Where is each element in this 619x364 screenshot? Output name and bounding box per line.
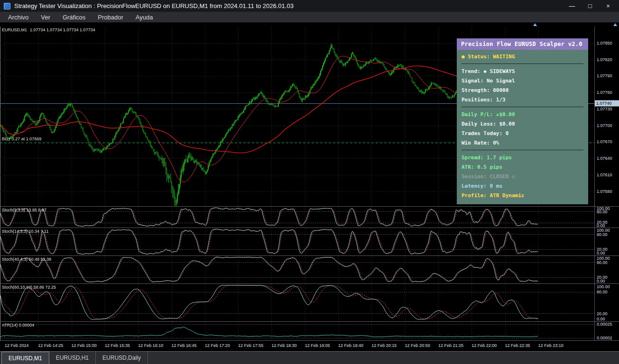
panel-row: ● Status: WAITING — [462, 52, 583, 62]
indicator-pane-atr-14: ATR(14) 0.000040.000250.00002 — [0, 321, 619, 340]
time-axis[interactable]: 12 Feb 202412 Feb 14:2512 Feb 15:0012 Fe… — [0, 340, 619, 351]
menu-item-probador[interactable]: Probador — [92, 12, 129, 22]
price-tick: 1.07820 — [597, 57, 612, 62]
time-label: 12 Feb 21:25 — [438, 343, 463, 348]
time-label: 12 Feb 20:15 — [371, 343, 397, 348]
scroll-position-marker[interactable] — [533, 23, 537, 26]
app-icon — [4, 3, 10, 9]
titlebar: Strategy Tester Visualization : Precisio… — [0, 0, 619, 12]
indicator-pane-stoch-14-3-3: Stoch(14,3,3) 10.34 7.11100.0080.0020.00… — [0, 228, 619, 255]
scale-tick: 0.00 — [597, 251, 605, 255]
price-scale[interactable]: 1.07740 1.078501.078201.077901.077601.07… — [594, 27, 619, 206]
time-label: 12 Feb 16:10 — [138, 343, 163, 348]
restore-button[interactable]: □ — [581, 0, 599, 12]
indicator-canvas-stoch-9-3-3[interactable] — [0, 207, 594, 228]
scale-tick: 20.00 — [597, 311, 608, 316]
indicator-pane-stoch-60-10-10: Stoch(60,10,10) 58.86 72.25100.0080.0020… — [0, 283, 619, 321]
menu-item-ayuda[interactable]: Ayuda — [129, 12, 159, 22]
time-label: 12 Feb 23:10 — [538, 343, 564, 348]
indicator-label-atr-14: ATR(14) 0.00004 — [2, 323, 34, 328]
indicator-canvas-atr-14[interactable] — [0, 322, 594, 340]
price-tick: 1.07730 — [597, 107, 612, 111]
panel-row: Trades Today: 0 — [462, 129, 583, 138]
price-tick: 1.07610 — [597, 173, 612, 177]
menu-item-archivo[interactable]: Archivo — [2, 12, 35, 22]
indicator-scale-stoch-60-10-10[interactable]: 100.0080.0020.000.00 — [594, 284, 619, 321]
time-label: 12 Feb 15:00 — [72, 343, 97, 348]
tab-eurusd-m1[interactable]: EURUSD,M1 — [1, 352, 49, 364]
indicator-scale-stoch-9-3-3[interactable]: 100.0080.0020.000.00 — [594, 207, 619, 228]
panel-row: Profile: ATR Dynamic — [462, 191, 583, 200]
strategy-tester-window: Strategy Tester Visualization : Precisio… — [0, 0, 619, 364]
time-label: 12 Feb 18:30 — [271, 343, 296, 348]
ea-panel-body: ● Status: WAITINGTrend: ◆ SIDEWAYSSignal… — [457, 50, 588, 204]
current-price-box: 1.07740 — [595, 100, 619, 107]
time-label: 12 Feb 17:55 — [238, 343, 263, 348]
panel-row: Strength: 00000 — [462, 86, 583, 95]
scale-tick: 80.00 — [597, 209, 608, 214]
indicator-plot-stoch-14-3-3[interactable]: Stoch(14,3,3) 10.34 7.11 — [0, 228, 594, 255]
price-tick: 1.07700 — [597, 123, 612, 128]
time-label: 12 Feb 16:45 — [172, 343, 197, 348]
indicator-scale-atr-14[interactable]: 0.000250.00002 — [594, 322, 619, 340]
indicator-label-stoch-40-4-3: Stoch(40,4,3) 50.48 52.38 — [2, 257, 51, 262]
price-tick: 1.07670 — [597, 139, 612, 144]
indicator-canvas-stoch-40-4-3[interactable] — [0, 256, 594, 283]
indicator-scale-stoch-14-3-3[interactable]: 100.0080.0020.000.00 — [594, 228, 619, 255]
time-label: 12 Feb 22:35 — [505, 343, 530, 348]
indicator-scale-stoch-40-4-3[interactable]: 100.0080.0020.000.00 — [594, 256, 619, 283]
chart-tab-bar: EURUSD,M1EURUSD,H1EURUSD,Daily — [0, 351, 619, 364]
chart-scrollbar[interactable] — [0, 23, 619, 27]
scale-tick: 80.00 — [597, 260, 608, 265]
chart-symbol-label: EURUSD,M11.07734 1.07734 1.07734 1.07734 — [2, 27, 95, 32]
indicator-label-stoch-9-3-3: Stoch(9,3,3) 13.95 8.97 — [2, 208, 46, 212]
indicator-plot-stoch-40-4-3[interactable]: Stoch(40,4,3) 50.48 52.38 — [0, 256, 594, 283]
tab-eurusd-h1[interactable]: EURUSD,H1 — [49, 352, 96, 364]
panel-row: Win Rate: 0% — [462, 138, 583, 148]
indicator-pane-stoch-40-4-3: Stoch(40,4,3) 50.48 52.38100.0080.0020.0… — [0, 255, 619, 283]
ohlc-values: 1.07734 1.07734 1.07734 1.07734 — [30, 27, 95, 32]
price-tick: 1.07850 — [597, 41, 612, 46]
indicator-plot-stoch-9-3-3[interactable]: Stoch(9,3,3) 13.95 8.97 — [0, 207, 594, 228]
indicator-canvas-stoch-60-10-10[interactable] — [0, 284, 594, 321]
indicator-plot-atr-14[interactable]: ATR(14) 0.00004 — [0, 322, 594, 340]
time-label: 12 Feb 19:40 — [338, 343, 363, 348]
window-title: Strategy Tester Visualization : Precisio… — [14, 2, 294, 9]
scale-tick: 0.00002 — [597, 336, 612, 340]
panel-row: Daily Loss: $0.00 — [462, 119, 583, 129]
menu-item-ver[interactable]: Ver — [35, 12, 56, 22]
time-label: 12 Feb 20:50 — [405, 343, 430, 348]
buy-position-label: BUY 0.27 at 1.07669 — [2, 136, 41, 141]
chart-workspace: EURUSD,M11.07734 1.07734 1.07734 1.07734… — [0, 23, 619, 351]
panel-divider — [462, 107, 583, 107]
panel-row: Trend: ◆ SIDEWAYS — [462, 67, 583, 76]
price-tick: 1.07790 — [597, 73, 612, 78]
time-label: 12 Feb 15:35 — [105, 343, 130, 348]
minimize-button[interactable]: — — [563, 0, 581, 12]
panel-row: Latency: 0 ms — [462, 182, 583, 191]
window-controls: — □ × — [563, 0, 617, 12]
scale-tick: 0.00 — [597, 317, 605, 321]
scale-tick: 100.00 — [597, 284, 610, 289]
price-tick: 1.07580 — [597, 189, 612, 194]
indicator-plot-stoch-60-10-10[interactable]: Stoch(60,10,10) 58.86 72.25 — [0, 284, 594, 321]
main-chart-plot[interactable]: EURUSD,M11.07734 1.07734 1.07734 1.07734… — [0, 27, 594, 206]
panel-divider — [462, 150, 583, 150]
tab-eurusd-daily[interactable]: EURUSD,Daily — [96, 352, 148, 364]
scale-tick: 0.00 — [597, 223, 605, 228]
panel-row: Signal: No Signal — [462, 76, 583, 86]
menu-item-graficos[interactable]: Gráficos — [56, 12, 92, 22]
close-button[interactable]: × — [599, 0, 617, 12]
indicator-canvas-stoch-14-3-3[interactable] — [0, 228, 594, 255]
time-label: 12 Feb 19:05 — [305, 343, 330, 348]
panel-row: Session: CLOSED ◇ — [462, 172, 583, 182]
scale-tick: 0.00025 — [597, 322, 612, 327]
menu-bar: ArchivoVerGráficosProbadorAyuda — [0, 12, 619, 23]
main-chart-pane: EURUSD,M11.07734 1.07734 1.07734 1.07734… — [0, 27, 619, 206]
scroll-end-marker[interactable] — [613, 23, 617, 26]
price-tick: 1.07640 — [597, 156, 612, 161]
time-label: 12 Feb 17:20 — [205, 343, 230, 348]
indicator-pane-stoch-9-3-3: Stoch(9,3,3) 13.95 8.97100.0080.0020.000… — [0, 206, 619, 228]
panel-row: ATR: 0.5 pips — [462, 163, 583, 172]
indicator-label-stoch-60-10-10: Stoch(60,10,10) 58.86 72.25 — [2, 285, 56, 290]
